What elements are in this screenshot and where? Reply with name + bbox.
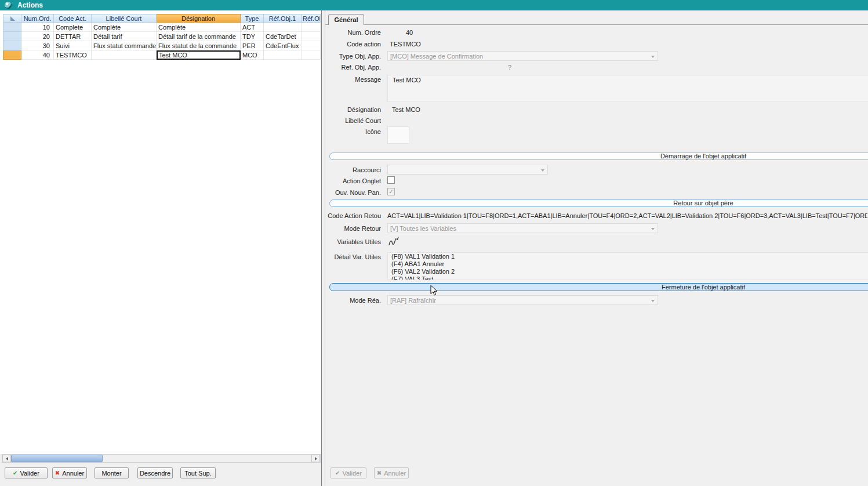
col-header-designation[interactable]: Désignation xyxy=(157,14,241,23)
row-selector-selected[interactable] xyxy=(3,50,21,60)
code-action-retour-value[interactable]: ACT=VAL1|LIB=Validation 1|TOU=F8|ORD=1,A… xyxy=(387,212,867,219)
message-value: Test MCO xyxy=(388,75,868,84)
chevron-down-icon xyxy=(651,56,655,58)
arrow-right-icon xyxy=(315,457,317,460)
grid-cell[interactable]: 10 xyxy=(21,23,54,32)
mode-rea-select[interactable]: [RAF] Rafraîchir xyxy=(387,295,658,305)
scroll-left-button[interactable] xyxy=(2,455,11,462)
col-header-ref-obj-2[interactable]: Réf.Obj.2 xyxy=(302,14,321,23)
num-ordre-value[interactable]: 40 xyxy=(406,29,413,36)
monter-button[interactable]: Monter xyxy=(95,467,129,478)
section-fermeture[interactable]: Fermeture de l'objet applicatif xyxy=(329,283,868,291)
code-action-label: Code action xyxy=(290,41,381,48)
grid-cell-editing[interactable]: Test MCO xyxy=(157,50,241,60)
col-header-ref-obj-1[interactable]: Réf.Obj.1 xyxy=(264,14,302,23)
descendre-label: Descendre xyxy=(140,470,170,477)
mode-rea-label: Mode Réa. xyxy=(290,297,381,304)
message-field[interactable]: Test MCO xyxy=(387,75,868,102)
col-header-code-act[interactable]: Code Act. xyxy=(54,14,92,23)
horizontal-scrollbar[interactable] xyxy=(2,454,321,463)
raccourci-select[interactable] xyxy=(387,165,548,175)
chevron-down-icon xyxy=(541,169,544,172)
libelle-court-label: Libellé Court xyxy=(290,117,381,124)
detail-var-utiles-field[interactable]: (F8) VAL1 Validation 1 (F4) ABA1 Annuler… xyxy=(387,252,868,280)
table-row[interactable]: 20 DETTAR Détail tarif Détail tarif de l… xyxy=(3,32,321,41)
cross-icon: ✖ xyxy=(377,470,382,476)
arrow-left-icon xyxy=(6,457,8,460)
row-selector[interactable] xyxy=(3,41,21,50)
type-obj-app-select[interactable]: [MCO] Message de Confirmation xyxy=(387,51,658,61)
col-header-libelle-court[interactable]: Libellé Court xyxy=(92,14,157,23)
form-valider-label: Valider xyxy=(342,470,361,477)
action-onglet-checkbox[interactable] xyxy=(387,176,395,184)
form-annuler-button[interactable]: ✖ Annuler xyxy=(374,467,409,478)
detail-line: (F7) VAL3 Test xyxy=(388,275,868,280)
tout-sup-button[interactable]: Tout Sup. xyxy=(180,467,216,478)
tout-sup-label: Tout Sup. xyxy=(184,470,211,477)
annuler-label: Annuler xyxy=(62,470,84,477)
grid-cell[interactable]: DETTAR xyxy=(54,32,92,41)
grid-cell[interactable]: Complète xyxy=(92,23,157,32)
form-valider-button[interactable]: ✔ Valider xyxy=(331,467,366,478)
scrollbar-thumb[interactable] xyxy=(11,455,103,462)
table-row[interactable]: 30 Suivi Flux statut commande Flux statu… xyxy=(3,41,321,50)
table-row-selected[interactable]: 40 TESTMCO Test MCO MCO xyxy=(3,50,321,60)
grid-cell[interactable]: 20 xyxy=(21,32,54,41)
grid-cell[interactable]: 30 xyxy=(21,41,54,50)
variables-utiles-label: Variables Utiles xyxy=(290,238,381,245)
col-header-num-ord[interactable]: Num.Ord. xyxy=(21,14,54,23)
chevron-down-icon xyxy=(651,228,655,230)
tab-general[interactable]: Général xyxy=(328,14,364,25)
section-demarrage[interactable]: Démarrage de l'objet applicatif xyxy=(329,153,868,160)
row-selector[interactable] xyxy=(3,32,21,41)
action-onglet-label: Action Onglet xyxy=(290,177,381,184)
mouse-cursor xyxy=(430,285,438,297)
window-title: Actions xyxy=(17,1,43,9)
monter-label: Monter xyxy=(101,470,121,477)
detail-line: (F4) ABA1 Annuler xyxy=(388,260,868,268)
grid-cell[interactable]: Détail tarif de la commande xyxy=(157,32,241,41)
titlebar: Actions xyxy=(0,0,868,10)
grid-cell[interactable]: Suivi xyxy=(54,41,92,50)
row-selector[interactable] xyxy=(3,23,21,32)
col-header-type[interactable]: Type xyxy=(241,14,264,23)
scroll-right-button[interactable] xyxy=(311,455,320,462)
grid-cell[interactable]: TDY xyxy=(241,32,264,41)
ouv-nouv-pan-label: Ouv. Nouv. Pan. xyxy=(290,189,381,196)
designation-value[interactable]: Test MCO xyxy=(392,106,420,113)
grid-cell[interactable]: ACT xyxy=(241,23,264,32)
annuler-button[interactable]: ✖ Annuler xyxy=(52,467,87,478)
grid-cell[interactable]: Complète xyxy=(157,23,241,32)
mode-retour-select[interactable]: [V] Toutes les Variables xyxy=(387,223,658,233)
corner-select-icon xyxy=(10,16,15,21)
grid-panel xyxy=(0,10,321,454)
grid-cell[interactable]: 40 xyxy=(21,50,54,60)
tab-underline xyxy=(325,24,868,25)
valider-button[interactable]: ✔ Valider xyxy=(5,467,48,478)
grid-cell[interactable]: Flux statut de la commande xyxy=(157,41,241,50)
grid-cell[interactable]: Flux statut commande xyxy=(92,41,157,50)
detail-var-utiles-label: Détail Var. Utiles xyxy=(290,253,381,260)
form-annuler-label: Annuler xyxy=(384,470,406,477)
grid-cell[interactable]: Complete xyxy=(54,23,92,32)
descendre-button[interactable]: Descendre xyxy=(137,467,173,478)
code-action-value[interactable]: TESTMCO xyxy=(390,41,421,48)
signature-pen-icon xyxy=(388,236,401,248)
grid-header-row: Num.Ord. Code Act. Libellé Court Désigna… xyxy=(3,14,321,23)
ouv-nouv-pan-checkbox[interactable]: ✓ xyxy=(387,188,395,195)
section-retour[interactable]: Retour sur objet père xyxy=(329,200,868,207)
grid-cell[interactable]: Détail tarif xyxy=(92,32,157,41)
grid-cell[interactable]: MCO xyxy=(241,50,264,60)
app-logo-icon xyxy=(5,2,12,9)
mode-retour-value: [V] Toutes les Variables xyxy=(390,225,456,232)
table-row[interactable]: 10 Complete Complète Complète ACT xyxy=(3,23,321,32)
mode-retour-label: Mode Retour xyxy=(290,225,381,232)
grid-cell[interactable]: TESTMCO xyxy=(54,50,92,60)
grid-cell[interactable]: PER xyxy=(241,41,264,50)
designation-label: Désignation xyxy=(290,106,381,113)
grid-cell[interactable] xyxy=(92,50,157,60)
icone-picker[interactable] xyxy=(387,126,409,144)
ref-obj-app-help[interactable]: ? xyxy=(508,64,511,71)
variables-utiles-button[interactable] xyxy=(387,235,401,248)
select-all-corner[interactable] xyxy=(3,14,21,23)
